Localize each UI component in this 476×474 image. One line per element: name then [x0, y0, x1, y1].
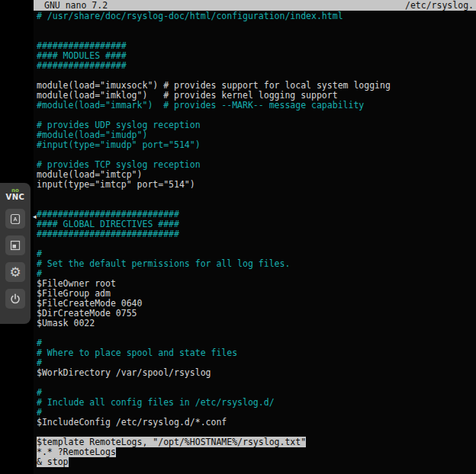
editor-line-text: # /usr/share/doc/rsyslog-doc/html/config… [37, 11, 343, 21]
editor-line: #module(load="immark") # provides --MARK… [37, 101, 476, 110]
editor-line-text: # [37, 248, 42, 259]
editor-line-text: module(load="imuxsock") # provides suppo… [37, 80, 391, 91]
clipboard-button[interactable] [5, 209, 25, 229]
editor-line-text: # [37, 357, 42, 368]
controlbar-collapse-handle[interactable]: ◂ [33, 213, 37, 220]
nano-filename: /etc/rsyslog. [405, 0, 474, 11]
editor-line [37, 21, 476, 31]
editor-content[interactable]: # /usr/share/doc/rsyslog-doc/html/config… [34, 11, 476, 467]
novnc-logo-vnc: VNC [6, 194, 25, 201]
editor-line-text: $DirCreateMode 0755 [37, 308, 137, 319]
editor-line: $WorkDirectory /var/spool/rsyslog [37, 368, 476, 378]
editor-line-text: ########################### [37, 229, 179, 239]
editor-line-text: ################# [37, 60, 127, 71]
editor-line: ########################### [37, 229, 476, 239]
editor-line: # Set the default permissions for all lo… [37, 259, 476, 269]
editor-line: #input(type="imudp" port="514") [37, 140, 476, 150]
editor-line-text: # [37, 338, 42, 348]
editor-line-text: #### GLOBAL DIRECTIVES #### [37, 219, 179, 229]
editor-line-text: module(load="imklog") # provides kernel … [37, 90, 338, 101]
editor-line-text: ################# [37, 40, 127, 51]
editor-line-text: # [37, 387, 42, 398]
vnc-control-bar: no VNC [0, 183, 31, 324]
nano-titlebar: GNU nano 7.2 /etc/rsyslog. [34, 0, 476, 11]
editor-line-text: # [37, 407, 42, 418]
nano-version: GNU nano 7.2 [44, 0, 108, 11]
power-icon [9, 293, 21, 305]
editor-line [37, 328, 476, 338]
editor-line: $IncludeConfig /etc/rsyslog.d/*.conf [37, 418, 476, 428]
editor-line-text: & stop [37, 456, 69, 467]
screen: no VNC [0, 0, 476, 474]
editor-line-text: #### MODULES #### [37, 50, 127, 61]
editor-line-selected: *.* ?RemoteLogs [37, 447, 476, 457]
terminal: GNU nano 7.2 /etc/rsyslog. # /usr/share/… [34, 0, 476, 474]
editor-line-text: # Set the default permissions for all lo… [37, 258, 290, 269]
editor-line: $DirCreateMode 0755 [37, 309, 476, 319]
editor-line-text: *.* ?RemoteLogs [37, 447, 116, 457]
editor-line-text: # provides UDP syslog reception [37, 120, 201, 130]
editor-line-text: #module(load="imudp") [37, 130, 147, 140]
editor-line-text: ########################### [37, 209, 179, 219]
editor-line [37, 190, 476, 200]
editor-line [37, 378, 476, 388]
editor-line-text: $template RemoteLogs, "/opt/%HOSTNAME%/r… [37, 437, 306, 447]
editor-line-text: module(load="imtcp") [37, 169, 142, 180]
editor-line-text: #input(type="imudp" port="514") [37, 139, 201, 150]
editor-line: # /usr/share/doc/rsyslog-doc/html/config… [37, 11, 476, 21]
clipboard-icon [9, 213, 21, 225]
editor-line-text: input(type="imtcp" port="514") [37, 179, 195, 190]
vnc-sidebar: no VNC [0, 0, 34, 474]
power-button[interactable] [5, 289, 25, 309]
editor-line-text: $IncludeConfig /etc/rsyslog.d/*.conf [37, 417, 227, 428]
editor-line: input(type="imtcp" port="514") [37, 180, 476, 190]
editor-line-text: # Where to place spool and state files [37, 347, 237, 358]
editor-line-text: $FileOwner root [37, 278, 116, 289]
editor-line-text: $FileGroup adm [37, 288, 111, 299]
editor-line: # Where to place spool and state files [37, 348, 476, 358]
editor-line-text: # provides TCP syslog reception [37, 159, 201, 170]
settings-gear-icon: ⚙ [9, 266, 21, 279]
novnc-logo: no VNC [6, 188, 25, 201]
editor-line-text: $FileCreateMode 0640 [37, 298, 142, 309]
editor-line-text: $Umask 0022 [37, 318, 95, 328]
editor-line-text: # [37, 268, 42, 279]
fullscreen-button[interactable] [5, 235, 25, 255]
editor-line: # Include all config files in /etc/rsysl… [37, 398, 476, 408]
editor-line-text: # Include all config files in /etc/rsysl… [37, 397, 275, 408]
fullscreen-icon [9, 239, 21, 251]
editor-line: $Umask 0022 [37, 319, 476, 328]
settings-button[interactable]: ⚙ [5, 262, 25, 282]
editor-line [37, 239, 476, 249]
editor-line-text: #module(load="immark") # provides --MARK… [37, 100, 364, 110]
editor-line: ################# [37, 61, 476, 71]
editor-line-text: $WorkDirectory /var/spool/rsyslog [37, 367, 211, 378]
editor-line-selected: & stop [37, 457, 476, 467]
